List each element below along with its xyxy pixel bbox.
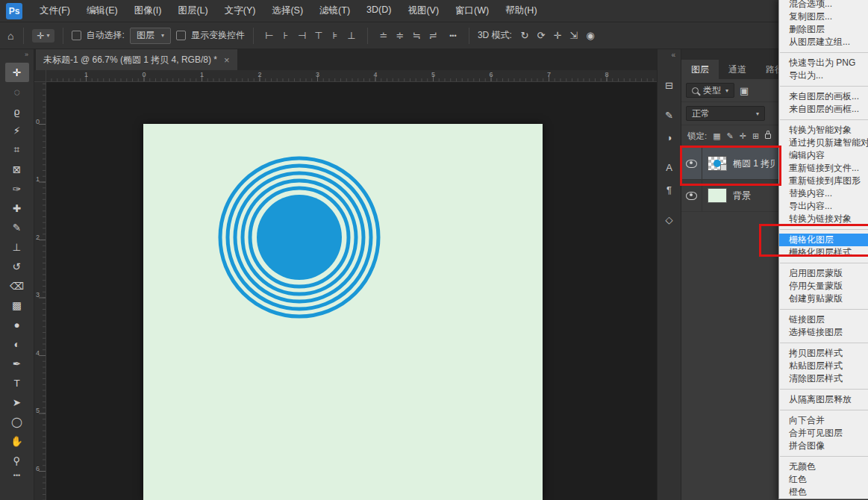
properties-panel-icon[interactable]: ⊟ [661,76,678,94]
context-menu-item[interactable]: 向下合并 [779,414,868,427]
layer-visibility-toggle[interactable] [681,148,702,179]
hand-tool[interactable]: ✋ [5,431,29,451]
menu-item[interactable]: 滤镜(T) [311,4,358,17]
context-menu-item[interactable]: 快速导出为 PNG [779,57,868,69]
shape-tool[interactable]: ◯ [5,412,29,431]
layer-name[interactable]: 背景 [733,190,751,202]
menu-item[interactable]: 文字(Y) [216,4,264,17]
lock-all-icon[interactable] [765,134,771,139]
context-menu-item[interactable]: 栅格化图层 [779,234,868,246]
context-menu-item[interactable]: 导出内容... [779,200,868,213]
context-menu-item[interactable]: 替换内容... [779,187,868,200]
pixel-filter-icon[interactable]: ▣ [740,85,749,96]
context-menu-item[interactable] [780,456,868,457]
document-tab[interactable]: 未标题-1 @ 66.7% (椭圆 1 拷贝 4, RGB/8) * × [36,49,237,70]
more-align-options-icon[interactable]: ••• [446,32,460,40]
dodge-tool[interactable]: ◐ [5,334,29,354]
context-menu-item[interactable]: 复制图层... [779,10,868,23]
pen-tool[interactable]: ✒ [5,354,29,373]
menu-item[interactable]: 图层(L) [169,4,216,17]
paragraph-panel-icon[interactable]: ¶ [661,181,678,199]
gradient-tool[interactable]: ▩ [5,296,29,315]
threed-panel-icon[interactable]: ◇ [661,210,678,228]
context-menu-item[interactable] [780,389,868,390]
frame-tool[interactable]: ⊠ [5,160,29,179]
layer-name[interactable]: 椭圆 1 拷贝 4 [733,157,775,170]
context-menu-item[interactable] [780,229,868,230]
align-bottom-icon[interactable]: ⊥ [344,30,359,41]
distribute-left-icon[interactable]: ≓ [425,30,440,41]
context-menu-item[interactable]: 转换为链接对象 [779,213,868,225]
context-menu-item[interactable] [780,119,868,120]
context-menu-item[interactable]: 合并可见图层 [779,427,868,440]
collapse-toolbar-icon[interactable]: » [25,49,34,63]
healing-brush-tool[interactable]: ✚ [5,199,29,218]
roll-3d-icon[interactable]: ⟳ [534,30,549,41]
blend-mode-dropdown[interactable]: 正常 ▾ [686,106,765,121]
clone-stamp-tool[interactable]: ⊥ [5,237,29,257]
menu-item[interactable]: 文件(F) [31,4,78,17]
lock-paint-icon[interactable]: ✎ [727,131,734,141]
auto-select-checkbox[interactable] [72,31,81,40]
zoom-tool[interactable]: ⚲ [5,451,29,470]
lock-transparent-icon[interactable]: ▦ [713,131,720,141]
distribute-top-icon[interactable]: ≐ [376,30,391,41]
context-menu-item[interactable]: 导出为... [779,69,868,82]
context-menu-item[interactable]: 停用矢量蒙版 [779,280,868,293]
menu-item[interactable]: 帮助(H) [497,4,545,17]
context-menu-item[interactable]: 清除图层样式 [779,372,868,385]
lock-artboard-icon[interactable]: ⊞ [752,131,759,141]
menu-item[interactable]: 编辑(E) [78,4,126,17]
context-menu-item[interactable]: 橙色 [779,486,868,499]
quick-selection-tool[interactable]: ⚡ [5,121,29,140]
lasso-tool[interactable]: ϱ [5,101,29,121]
context-menu-item[interactable]: 红色 [779,473,868,486]
menu-item[interactable]: 3D(D) [358,4,399,17]
menu-item[interactable]: 选择(S) [263,4,311,17]
orbit-3d-icon[interactable]: ↻ [517,30,532,41]
context-menu-item[interactable] [780,343,868,343]
blur-tool[interactable]: ● [5,315,29,334]
layer-thumbnail[interactable] [708,188,727,203]
context-menu-item[interactable]: 来自图层的画板... [779,90,868,103]
show-transform-checkbox[interactable] [176,31,186,40]
align-center-vertical-icon[interactable]: ⊧ [328,30,343,41]
history-brush-tool[interactable]: ↺ [5,257,29,276]
align-center-horizontal-icon[interactable]: ⊦ [278,30,293,41]
eyedropper-tool[interactable]: ✑ [5,179,29,199]
tab-layers[interactable]: 图层 [681,60,719,79]
drag-3d-icon[interactable]: ✛ [550,30,565,41]
context-menu-item[interactable]: 粘贴图层样式 [779,360,868,372]
layer-visibility-toggle[interactable] [681,180,702,211]
context-menu-item[interactable]: 重新链接到文件... [779,162,868,175]
context-menu-item[interactable] [780,263,868,263]
lock-position-icon[interactable]: ✛ [740,131,746,141]
context-menu-item[interactable] [780,309,868,310]
brush-settings-panel-icon[interactable]: ✎ [661,106,678,124]
current-tool-preset[interactable]: ✛ ▾ [32,29,54,43]
adjustments-panel-icon[interactable]: ◑ [661,128,678,146]
filter-type-dropdown[interactable]: 类型 ▾ [686,83,734,98]
context-menu-item[interactable] [780,86,868,87]
context-menu-item[interactable]: 从隔离图层释放 [779,393,868,406]
context-menu-item[interactable] [780,52,868,53]
menu-item[interactable]: 窗口(W) [447,4,497,17]
eraser-tool[interactable]: ⌫ [5,276,29,296]
context-menu-item[interactable]: 栅格化图层样式 [779,246,868,259]
layer-thumbnail[interactable] [708,156,727,171]
tab-channels[interactable]: 通道 [719,60,756,79]
context-menu-item[interactable]: 无颜色 [779,460,868,473]
marquee-tool[interactable]: ◌ [5,82,29,101]
context-menu-item[interactable]: 拷贝图层样式 [779,347,868,360]
context-menu-item[interactable]: 选择链接图层 [779,326,868,339]
auto-select-target-dropdown[interactable]: 图层 ▾ [130,28,171,44]
type-tool[interactable]: T [5,373,29,393]
canvas[interactable] [143,124,543,500]
home-icon[interactable]: ⌂ [6,30,15,42]
context-menu-item[interactable]: 转换为智能对象 [779,124,868,137]
crop-tool[interactable]: ⌗ [5,140,29,160]
context-menu-item[interactable]: 启用图层蒙版 [779,267,868,280]
context-menu-item[interactable]: 创建剪贴蒙版 [779,293,868,305]
context-menu-item[interactable]: 通过拷贝新建智能对象 [779,137,868,149]
context-menu-item[interactable]: 混合选项... [779,0,868,10]
